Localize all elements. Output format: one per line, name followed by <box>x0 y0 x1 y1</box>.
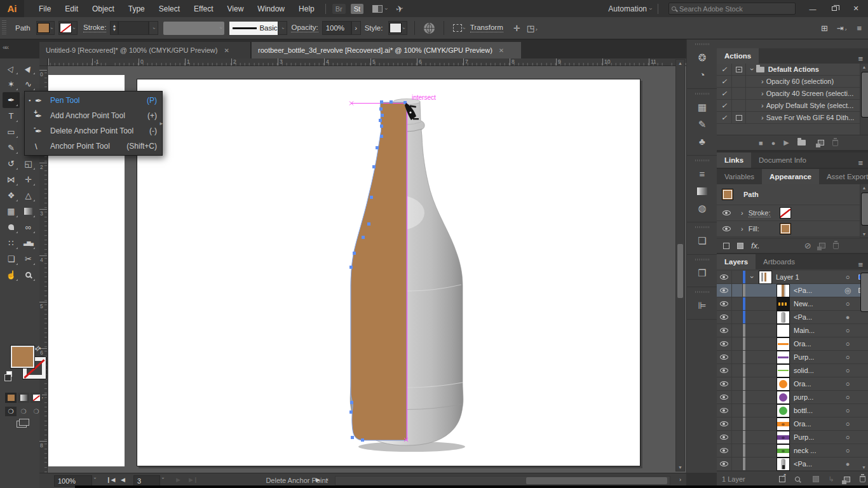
document-tab-inactive[interactable]: Untitled-9 [Recovered]* @ 100% (CMYK/GPU… <box>39 42 251 58</box>
layer-name[interactable]: Purp... <box>794 353 814 361</box>
vertical-scrollbar[interactable]: ▲ ▼ <box>675 59 685 471</box>
column-graph-tool[interactable]: ▃▆▄ <box>20 235 37 251</box>
opacity-arrow[interactable]: › <box>351 21 361 35</box>
pathfinder-panel-icon[interactable]: ❒ <box>687 264 717 281</box>
close-icon[interactable]: ✕ <box>499 47 504 54</box>
color-mode-gradient-button[interactable] <box>18 393 29 403</box>
new-set-icon[interactable] <box>797 140 806 146</box>
clear-appearance-icon[interactable]: ⊘ <box>804 241 811 250</box>
zoom-dropdown-icon[interactable]: › <box>92 477 98 479</box>
symbols-icon[interactable]: ♣ <box>687 133 717 150</box>
last-artboard-button[interactable]: ▶❙ <box>189 477 198 483</box>
stroke-width-dropdown[interactable]: › <box>149 21 158 35</box>
panel-menu-icon[interactable]: ≡ <box>853 54 868 64</box>
align-glyph-icon[interactable]: ◳ <box>527 24 534 33</box>
shaper-tool[interactable]: ✎ <box>3 140 20 156</box>
lock-toggle[interactable] <box>732 271 743 283</box>
lock-toggle[interactable] <box>732 297 743 310</box>
delete-icon[interactable] <box>832 140 838 146</box>
action-dialog-toggle[interactable] <box>732 88 746 99</box>
action-check-toggle[interactable] <box>717 112 732 123</box>
lock-toggle[interactable] <box>732 311 743 323</box>
layer-name[interactable]: Main... <box>794 327 815 334</box>
target-circle[interactable] <box>841 300 854 308</box>
document-tab-active[interactable]: rootbeer_bottle_3d_revolve [Recovered].a… <box>252 42 521 58</box>
new-action-icon[interactable] <box>818 140 824 146</box>
shape-builder-tool[interactable]: ❖ <box>3 187 20 203</box>
layer-thumbnail[interactable] <box>777 431 789 444</box>
layer-name[interactable]: Ora... <box>794 420 811 428</box>
lock-toggle[interactable] <box>732 444 743 457</box>
layer-name[interactable]: solid... <box>794 367 814 374</box>
expander-icon[interactable]: › <box>749 68 756 71</box>
lock-toggle[interactable] <box>732 364 743 377</box>
perspective-grid-tool[interactable]: △ <box>20 187 37 203</box>
collect-for-export-icon[interactable] <box>779 476 785 482</box>
target-circle[interactable] <box>841 380 854 388</box>
layer-thumbnail[interactable] <box>777 458 789 470</box>
swatches-icon[interactable]: ▦ <box>687 98 717 116</box>
drag-handle[interactable] <box>695 226 709 228</box>
target-circle[interactable] <box>841 327 854 334</box>
tab-variables[interactable]: Variables <box>717 169 762 184</box>
stroke-panel-icon[interactable]: ≡ <box>687 165 717 182</box>
new-effect-icon[interactable]: fx. <box>751 241 760 250</box>
layer-name[interactable]: <Pa... <box>794 460 812 468</box>
layer-row[interactable]: New... <box>717 297 868 311</box>
make-clipping-mask-icon[interactable] <box>813 476 819 482</box>
lock-toggle[interactable] <box>732 431 743 444</box>
menu-item[interactable]: Help <box>292 1 322 17</box>
gradient-tool[interactable] <box>20 203 37 219</box>
direct-selection-tool[interactable]: ▶ <box>20 60 37 76</box>
action-check-toggle[interactable] <box>717 100 732 111</box>
expander-icon[interactable]: › <box>761 102 764 109</box>
layer-thumbnail[interactable] <box>777 325 789 337</box>
layer-thumbnail[interactable] <box>777 285 789 297</box>
locate-object-icon[interactable] <box>795 477 800 482</box>
pen-tool[interactable]: ✒ <box>3 92 20 108</box>
menu-item[interactable]: Window <box>250 1 292 17</box>
target-circle[interactable] <box>841 433 854 441</box>
layer-row[interactable]: Purp... <box>717 431 868 444</box>
layer-thumbnail[interactable] <box>777 418 789 430</box>
layer-row[interactable]: solid... <box>717 364 868 377</box>
type-tool[interactable]: T <box>3 108 20 124</box>
visibility-toggle[interactable] <box>717 271 732 283</box>
layer-name[interactable]: New... <box>794 300 813 308</box>
artwork[interactable] <box>341 95 474 455</box>
layer-thumbnail[interactable] <box>777 405 789 417</box>
action-row[interactable]: › Default Actions <box>717 64 868 76</box>
lasso-tool[interactable]: ∿ <box>20 76 37 92</box>
expander-icon[interactable] <box>745 273 759 281</box>
action-row[interactable]: › Opacity 40 Screen (selecti... <box>717 88 868 100</box>
horizontal-scrollbar[interactable] <box>335 476 670 485</box>
expander-icon[interactable]: › <box>761 114 764 121</box>
action-check-toggle[interactable] <box>717 88 732 99</box>
visibility-toggle[interactable] <box>717 417 732 430</box>
layer-row[interactable]: Purp... <box>717 351 868 364</box>
lock-toggle[interactable] <box>732 417 743 430</box>
opacity-label[interactable]: Opacity: <box>291 24 318 32</box>
fill-color-dropdown[interactable]: › <box>36 21 55 35</box>
stroke-width-field[interactable] <box>118 21 149 35</box>
brush-definition-dropdown[interactable]: Basic <box>229 22 278 35</box>
new-sublayer-icon[interactable]: ↳ <box>829 475 834 484</box>
layer-thumbnail[interactable] <box>777 365 789 377</box>
scroll-right-icon[interactable]: › <box>679 477 681 483</box>
begin-recording-icon[interactable]: ● <box>771 139 776 147</box>
tab-artboards[interactable]: Artboards <box>756 254 803 269</box>
lock-toggle[interactable] <box>732 284 743 297</box>
flyout-menu-item[interactable]: ▪ ✒+ Add Anchor Point Tool (+) <box>25 108 162 123</box>
menu-item[interactable]: Select <box>152 1 187 17</box>
visibility-toggle[interactable] <box>717 297 732 310</box>
layer-name[interactable]: Purp... <box>794 433 814 441</box>
tab-asset-export[interactable]: Asset Export <box>819 169 868 184</box>
drag-handle[interactable] <box>695 159 709 161</box>
artboards-panel-icon[interactable]: ❏ <box>687 232 717 249</box>
visibility-toggle[interactable] <box>717 324 732 337</box>
layer-thumbnail[interactable] <box>777 338 789 350</box>
lock-toggle[interactable] <box>732 324 743 337</box>
transparency-panel-icon[interactable]: ◍ <box>687 200 717 217</box>
rotate-tool[interactable]: ↺ <box>3 156 20 172</box>
scroll-left-cap-icon[interactable]: ‹ <box>327 477 329 483</box>
